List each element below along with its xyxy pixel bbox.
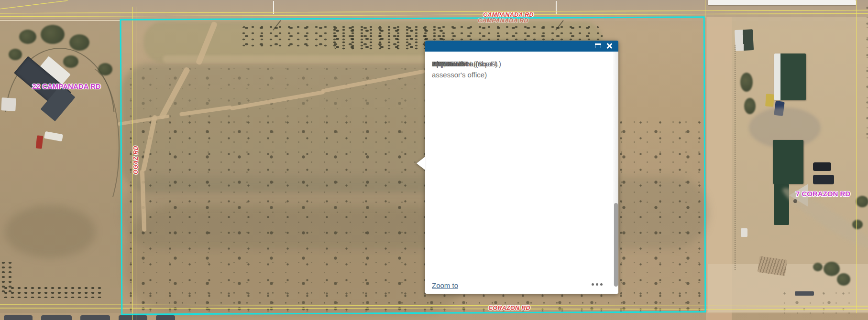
tree (837, 273, 850, 286)
white-building-roof (708, 0, 856, 5)
hedge-row (0, 260, 12, 294)
storage-unit (4, 315, 33, 320)
yellow-trailer (765, 94, 774, 107)
storage-unit (41, 315, 72, 320)
right-property (707, 0, 868, 320)
parcel-line (856, 0, 857, 313)
address-label-7-corazon: 7 CORAZON RD (796, 190, 850, 198)
map-application: CAMPANADA RD CAMPANADA RD OGAZ RD CORAZO… (0, 0, 868, 320)
storage-unit (80, 315, 110, 320)
small-shed (735, 29, 754, 51)
tree (856, 196, 868, 207)
white-rv (44, 131, 63, 141)
tree (740, 73, 753, 92)
utility-pole (556, 1, 557, 14)
dark-car (813, 162, 831, 171)
tree (19, 30, 36, 44)
road-label-campanada: CAMPANADA RD (483, 11, 534, 18)
close-icon[interactable] (605, 42, 613, 50)
address-label-22-campanada: 22 CAMPANADA RD (32, 82, 100, 90)
dark-car (813, 175, 834, 184)
hedge-row (2, 286, 103, 298)
red-truck (36, 135, 44, 149)
popup-header[interactable] (425, 41, 618, 52)
popup-content: TOTEXMT 0 NETASD 5,000 Notes Rev Year 19… (425, 52, 612, 281)
tree (813, 263, 823, 271)
tree (9, 49, 22, 60)
road-label-corazon: CORAZON RD (488, 305, 530, 311)
fence-line (735, 45, 736, 270)
yard-shadow (5, 205, 96, 258)
storage-unit (119, 315, 147, 320)
left-property (0, 19, 121, 320)
road-label-ogaz: OGAZ RD (132, 146, 139, 174)
maximize-icon[interactable] (595, 43, 601, 48)
popup-window: TOTEXMT 0 NETASD 5,000 Notes Rev Year 19… (425, 41, 618, 294)
road-label-campanada-ghost: CAMPANADA RD (478, 17, 528, 24)
tree (852, 220, 863, 229)
zoom-to-link[interactable]: Zoom to (432, 281, 458, 289)
white-shed (1, 97, 16, 111)
road-edge-line (0, 20, 121, 21)
tree (744, 98, 756, 114)
barn-roof (774, 53, 806, 100)
popup-pointer (417, 157, 425, 170)
tree (69, 34, 89, 51)
garden-rows (758, 256, 787, 276)
ellipsis-icon[interactable] (592, 283, 604, 286)
tree (41, 25, 65, 44)
white-trailer (741, 228, 747, 237)
tree (824, 262, 840, 276)
gate-trailer (795, 291, 814, 296)
tree (63, 55, 78, 68)
field-label: MapNumber (for assessor's office) (432, 58, 505, 80)
scrollbar-thumb[interactable] (614, 203, 618, 287)
scrollbar-track[interactable] (613, 52, 618, 285)
house-roof-green (773, 140, 803, 184)
tree (98, 63, 112, 75)
storage-unit (156, 315, 175, 320)
parcel-line (705, 0, 705, 18)
